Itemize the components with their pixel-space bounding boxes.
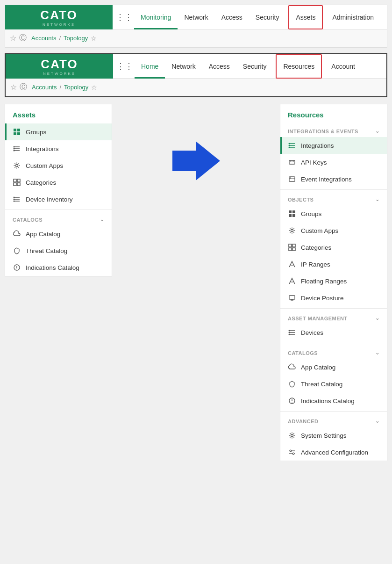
sidebar-label-indications-catalog: Indications Catalog [26, 264, 79, 271]
svg-point-40 [291, 230, 293, 232]
nav-administration[interactable]: Administration [326, 5, 380, 29]
sidebar-item-integrations[interactable]: Integrations [5, 140, 112, 157]
resources-label-custom-apps: Custom Apps [301, 227, 338, 234]
svg-point-10 [16, 165, 18, 167]
breadcrumb-accounts-2[interactable]: Accounts [32, 84, 57, 91]
resources-item-app-catalog[interactable]: App Catalog [280, 359, 387, 376]
svg-rect-39 [292, 214, 295, 217]
nav-network-1[interactable]: Network [178, 5, 214, 29]
svg-rect-2 [14, 132, 16, 135]
nav-security-1[interactable]: Security [249, 5, 286, 29]
sidebar-item-device-inventory[interactable]: Device Inventory [5, 191, 112, 208]
svg-point-20 [14, 201, 15, 202]
resources-item-device-posture[interactable]: Device Posture [280, 289, 387, 306]
sidebar-item-categories[interactable]: Categories [5, 174, 112, 191]
advanced-chevron: ⌄ [375, 418, 380, 424]
breadcrumb-star-1[interactable]: ☆ [10, 34, 16, 43]
svg-rect-42 [292, 244, 295, 247]
breadcrumb-sep-1: / [59, 35, 61, 42]
resources-label-integrations: Integrations [301, 142, 334, 149]
logo-text-1: CATO [40, 8, 77, 22]
grid-menu-icon-2[interactable]: ⋮⋮ [115, 61, 135, 72]
nav-access-2[interactable]: Access [202, 54, 236, 79]
asset-management-section[interactable]: ASSET MANAGEMENT ⌄ [280, 311, 387, 324]
resources-label-app-catalog: App Catalog [301, 364, 335, 371]
categories-icon [13, 178, 21, 187]
svg-rect-14 [17, 183, 20, 186]
svg-rect-12 [17, 179, 20, 182]
sidebar-item-threat-catalog[interactable]: Threat Catalog [5, 242, 112, 259]
resources-item-categories[interactable]: Categories [280, 239, 387, 256]
resources-label-categories: Categories [301, 244, 331, 251]
sidebar-label-integrations: Integrations [26, 145, 59, 152]
svg-point-27 [289, 145, 290, 146]
svg-point-56 [289, 334, 290, 335]
svg-rect-36 [289, 210, 292, 213]
breadcrumb-accounts-1[interactable]: Accounts [31, 35, 56, 42]
catalogs-label-res: CATALOGS [288, 350, 318, 356]
asset-management-chevron: ⌄ [375, 315, 380, 321]
resources-item-floating-ranges[interactable]: Floating Ranges [280, 273, 387, 289]
nav-bar-1: CATO NETWORKS ⋮⋮ Monitoring Network Acce… [5, 5, 387, 29]
nav-home[interactable]: Home [135, 54, 165, 79]
nav-access-1[interactable]: Access [215, 5, 249, 29]
nav-network-2[interactable]: Network [165, 54, 202, 79]
resources-item-threat-catalog[interactable]: Threat Catalog [280, 376, 387, 392]
catalogs-section-res[interactable]: CATALOGS ⌄ [280, 345, 387, 359]
sidebar-item-groups[interactable]: Groups [5, 123, 112, 140]
sidebar-label-custom-apps: Custom Apps [26, 162, 63, 169]
resources-item-indications-catalog[interactable]: Indications Catalog [280, 392, 387, 409]
svg-point-22 [16, 268, 17, 269]
objects-label: OBJECTS [288, 197, 314, 202]
assets-sidebar: Assets Groups [5, 104, 112, 276]
resources-label-api-keys: API Keys [301, 159, 327, 166]
grid-menu-icon-1[interactable]: ⋮⋮ [114, 12, 134, 22]
resources-item-api-keys[interactable]: API Keys [280, 154, 387, 171]
objects-section[interactable]: OBJECTS ⌄ [280, 192, 387, 205]
sidebar-item-indications-catalog[interactable]: Indications Catalog [5, 259, 112, 276]
nav-security-2[interactable]: Security [236, 54, 273, 79]
breadcrumb-topology-2[interactable]: Topology [64, 84, 88, 91]
sidebar-item-custom-apps[interactable]: Custom Apps [5, 157, 112, 174]
resources-sidebar: Resources INTEGRATIONS & EVENTS ⌄ Integr… [280, 104, 387, 461]
resources-item-devices[interactable]: Devices [280, 324, 387, 341]
breadcrumb-star-2[interactable]: ☆ [10, 83, 17, 92]
advanced-section[interactable]: ADVANCED ⌄ [280, 413, 387, 427]
svg-point-55 [289, 332, 290, 333]
resources-item-event-integrations[interactable]: Event Integrations [280, 171, 387, 188]
breadcrumb-bar-2: ☆ Ⓒ Accounts / Topology ☆ [6, 79, 386, 96]
breadcrumb-topology-1[interactable]: Topology [64, 35, 88, 42]
breadcrumb-fav-2[interactable]: ☆ [91, 84, 97, 91]
integrations-events-chevron: ⌄ [375, 128, 380, 134]
resources-item-ip-ranges[interactable]: IP Ranges [280, 256, 387, 273]
nav-monitoring[interactable]: Monitoring [134, 5, 178, 29]
resources-label-system-settings: System Settings [301, 432, 347, 439]
resources-label-devices: Devices [301, 329, 323, 336]
breadcrumb-back-1[interactable]: Ⓒ [19, 33, 27, 43]
resources-label-advanced-config: Advanced Configuration [301, 449, 368, 456]
integrations-events-section[interactable]: INTEGRATIONS & EVENTS ⌄ [280, 123, 387, 137]
shield-icon-res [288, 397, 296, 405]
svg-rect-37 [292, 210, 295, 213]
resources-item-custom-apps[interactable]: Custom Apps [280, 222, 387, 239]
breadcrumb-bar-1: ☆ Ⓒ Accounts / Topology ☆ [5, 29, 387, 47]
breadcrumb-back-2[interactable]: Ⓒ [20, 82, 27, 92]
top-nav-section-1: CATO NETWORKS ⋮⋮ Monitoring Network Acce… [5, 5, 387, 48]
logo-sub-1: NETWORKS [40, 22, 77, 27]
nav-resources[interactable]: Resources [276, 54, 322, 79]
catalogs-section[interactable]: CATALOGS ⌄ [5, 212, 112, 225]
svg-point-62 [290, 450, 292, 452]
resources-item-advanced-configuration[interactable]: Advanced Configuration [280, 444, 387, 461]
sidebar-label-app-catalog: App Catalog [26, 231, 60, 238]
nav-account[interactable]: Account [325, 54, 362, 79]
resources-item-system-settings[interactable]: System Settings [280, 427, 387, 444]
nav-assets[interactable]: Assets [288, 5, 323, 29]
resources-item-integrations[interactable]: Integrations [280, 137, 387, 154]
sidebar-item-app-catalog[interactable]: App Catalog [5, 225, 112, 242]
asset-management-label: ASSET MANAGEMENT [288, 316, 348, 321]
breadcrumb-fav-1[interactable]: ☆ [91, 35, 97, 42]
sidebar-label-groups: Groups [26, 129, 46, 136]
resources-item-groups[interactable]: Groups [280, 205, 387, 222]
svg-point-63 [292, 453, 294, 455]
resources-label-threat-catalog: Threat Catalog [301, 381, 342, 388]
